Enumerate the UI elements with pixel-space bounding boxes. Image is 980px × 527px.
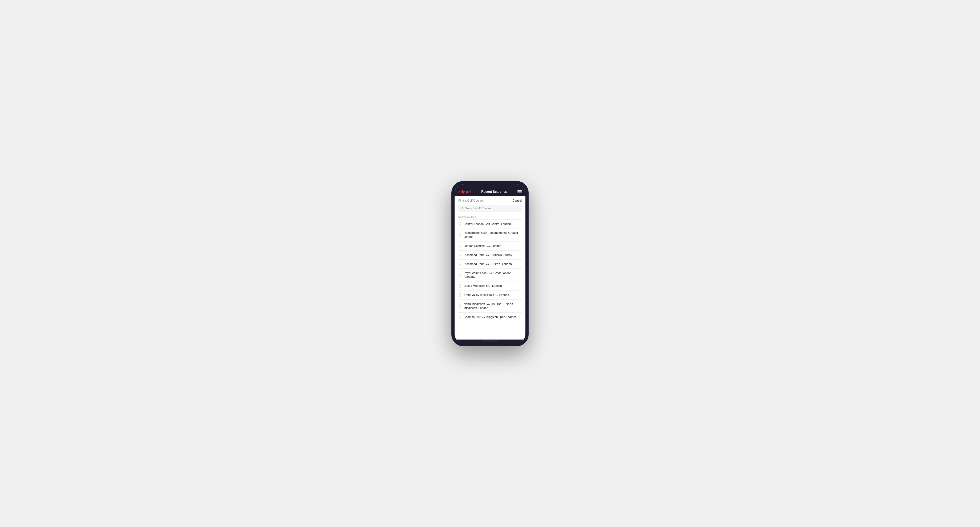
nav-title: Recent Searches [481, 190, 507, 194]
course-name: Roehampton Club - Roehampton, Greater Lo… [464, 231, 522, 239]
svg-point-11 [460, 316, 460, 317]
pin-icon [458, 284, 461, 288]
pin-icon [458, 304, 461, 308]
pin-icon [458, 253, 461, 257]
svg-point-9 [460, 294, 460, 295]
list-item[interactable]: Dukes Meadows GC, London [455, 281, 525, 290]
home-indicator [455, 340, 525, 343]
phone-screen: clippd Recent Searches Find a Golf Cours… [455, 184, 525, 343]
course-name: Richmond Park GC - Duke's, London [464, 262, 512, 266]
search-input[interactable] [465, 206, 520, 210]
pin-icon [458, 222, 461, 226]
app-logo: clippd [458, 190, 471, 194]
find-header: Find a Golf Course Cancel [455, 196, 525, 204]
menu-icon[interactable] [517, 190, 522, 193]
svg-point-10 [460, 305, 460, 306]
list-item[interactable]: Central London Golf Centre, London [455, 220, 525, 229]
pin-icon [458, 315, 461, 319]
pin-icon [458, 273, 461, 277]
svg-point-8 [460, 285, 460, 286]
list-item[interactable]: Coombe Hill GC, Kingston upon Thames [455, 313, 525, 321]
course-name: London Scottish GC, London [464, 244, 501, 248]
pin-icon [458, 233, 461, 237]
search-container [455, 204, 525, 214]
list-item[interactable]: Royal Wimbledon GC, Great London Authori… [455, 269, 525, 281]
course-list: Central London Golf Centre, London Roeha… [455, 219, 525, 321]
search-icon [460, 206, 464, 210]
svg-point-2 [460, 223, 460, 224]
svg-point-3 [460, 234, 460, 235]
home-bar [482, 341, 498, 341]
course-name: Brent Valley Municipal GC, London [464, 293, 509, 297]
nearby-section-label: Nearby courses [455, 214, 525, 219]
status-bar [455, 184, 525, 188]
course-name: Royal Wimbledon GC, Great London Authori… [464, 271, 522, 279]
svg-point-7 [460, 274, 460, 275]
svg-line-1 [463, 208, 463, 209]
svg-point-6 [460, 263, 460, 264]
list-item[interactable]: North Middlesex GC (1011942 - North Midd… [455, 300, 525, 313]
list-item[interactable]: London Scottish GC, London [455, 241, 525, 250]
main-content: Find a Golf Course Cancel Nearby courses [455, 196, 525, 340]
svg-point-5 [460, 254, 460, 255]
list-item[interactable]: Richmond Park GC - Prince's, Surrey [455, 251, 525, 259]
cancel-button[interactable]: Cancel [513, 199, 522, 202]
course-name: North Middlesex GC (1011942 - North Midd… [464, 302, 522, 310]
pin-icon [458, 262, 461, 266]
find-label: Find a Golf Course [458, 199, 483, 202]
course-name: Dukes Meadows GC, London [464, 284, 502, 288]
course-name: Central London Golf Centre, London [464, 222, 511, 226]
list-item[interactable]: Brent Valley Municipal GC, London [455, 290, 525, 299]
nav-bar: clippd Recent Searches [455, 188, 525, 196]
phone-frame: clippd Recent Searches Find a Golf Cours… [451, 181, 529, 346]
pin-icon [458, 293, 461, 297]
course-name: Coombe Hill GC, Kingston upon Thames [464, 315, 517, 319]
list-item[interactable]: Roehampton Club - Roehampton, Greater Lo… [455, 229, 525, 241]
search-box[interactable] [458, 205, 522, 212]
list-item[interactable]: Richmond Park GC - Duke's, London [455, 260, 525, 268]
svg-point-4 [460, 245, 460, 246]
course-name: Richmond Park GC - Prince's, Surrey [464, 253, 512, 257]
pin-icon [458, 244, 461, 248]
